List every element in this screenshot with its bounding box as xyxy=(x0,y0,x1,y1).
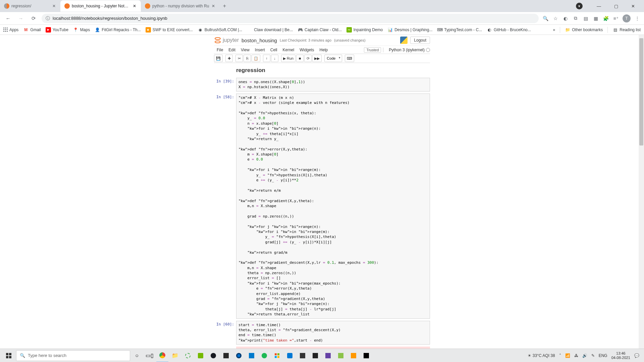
tray-chevron-icon[interactable]: ˄ xyxy=(559,353,561,358)
pen-icon[interactable]: ✎ xyxy=(591,353,595,358)
explorer-taskbar-icon[interactable]: 📁 xyxy=(169,349,181,362)
restart-run-button[interactable]: ▶▶ xyxy=(312,55,322,62)
cortana-icon[interactable]: ○ xyxy=(131,349,143,362)
taskbar-search[interactable]: 🔍 Type here to search xyxy=(16,350,130,361)
scrollbar[interactable] xyxy=(639,35,644,349)
app-green-icon[interactable] xyxy=(182,349,194,362)
logout-button[interactable]: Logout xyxy=(410,37,430,44)
run-button[interactable]: ▶ Run xyxy=(281,55,296,62)
bookmark-gmail[interactable]: MGmail xyxy=(23,27,41,33)
move-up-button[interactable]: ↑ xyxy=(263,55,270,62)
menu-insert[interactable]: Insert xyxy=(252,48,268,52)
copy-button[interactable]: ⎘ xyxy=(244,55,251,62)
steam-taskbar-icon[interactable] xyxy=(207,349,219,362)
msstore-taskbar-icon[interactable] xyxy=(271,349,283,362)
volume-icon[interactable]: 🔊 xyxy=(582,353,587,358)
interrupt-button[interactable]: ■ xyxy=(296,55,304,62)
nvidia-taskbar-icon[interactable] xyxy=(195,349,207,362)
reading-list-icon[interactable]: ≡⁺ xyxy=(612,15,619,22)
bookmark-captain-claw[interactable]: 🎮Captain Claw - Old... xyxy=(298,27,342,33)
prime-taskbar-icon[interactable] xyxy=(322,349,334,362)
menu-edit[interactable]: Edit xyxy=(226,48,238,52)
chrome-taskbar-icon[interactable] xyxy=(156,349,168,362)
code-cell-58[interactable]: In [58]: "cm"># X - Matrix (m x n) "cm">… xyxy=(214,94,430,319)
edge-taskbar-icon[interactable] xyxy=(284,349,296,362)
star-icon[interactable]: ☆ xyxy=(552,15,559,22)
bookmark-desmos[interactable]: 📊Desmos | Graphing... xyxy=(387,27,432,33)
save-button[interactable]: 💾 xyxy=(214,55,223,62)
menu-kernel[interactable]: Kernel xyxy=(280,48,297,52)
bookmark-maps[interactable]: 📍Maps xyxy=(73,27,90,33)
wifi-icon[interactable]: 📶 xyxy=(565,353,570,358)
code-cell-39[interactable]: In [39]: ones = np.ones((X.shape[0],1)) … xyxy=(214,78,430,92)
task-view-icon[interactable]: ▭▯ xyxy=(144,349,156,362)
bookmark-github[interactable]: ◐GitHub - BruceKno... xyxy=(487,27,531,33)
extensions-icon[interactable]: 🧩 xyxy=(602,15,609,22)
bookmark-overflow[interactable]: » xyxy=(553,27,555,32)
bookmark-youtube[interactable]: ▶YouTube xyxy=(46,27,68,33)
other-bookmarks[interactable]: 📁Other bookmarks xyxy=(565,27,603,33)
network-icon[interactable]: 🖧 xyxy=(574,353,578,358)
menu-cell[interactable]: Cell xyxy=(268,48,280,52)
unity-taskbar-icon[interactable] xyxy=(309,349,321,362)
add-cell-button[interactable]: ✚ xyxy=(225,55,233,62)
notifications-icon[interactable]: 💬 xyxy=(634,353,639,358)
close-icon[interactable]: ✕ xyxy=(52,4,56,8)
app-taskbar-icon[interactable] xyxy=(297,349,309,362)
reading-list[interactable]: ▤Reading list xyxy=(612,27,641,33)
terminal-taskbar-icon[interactable] xyxy=(360,349,372,362)
menu-file[interactable]: File xyxy=(214,48,226,52)
bookmark-typingtest[interactable]: ⌨TypingTest.com - C... xyxy=(437,27,482,33)
menu-help[interactable]: Help xyxy=(317,48,331,52)
move-down-button[interactable]: ↓ xyxy=(271,55,278,62)
code-input[interactable]: start = time.time() theta, error_list = … xyxy=(236,321,430,345)
grid-icon[interactable]: ▦ xyxy=(592,15,599,22)
tab-regression[interactable]: regression/ ✕ xyxy=(0,0,60,12)
code-input[interactable]: ones = np.ones((X.shape[0],1)) X = np.hs… xyxy=(236,78,430,92)
notes-taskbar-icon[interactable] xyxy=(335,349,347,362)
command-palette-button[interactable]: ⌨ xyxy=(345,55,354,62)
bookmark-fitgirl[interactable]: 👤FitGirl Repacks - Th... xyxy=(95,27,141,33)
new-tab-button[interactable]: + xyxy=(220,1,229,11)
extension-icon[interactable]: ◐ xyxy=(562,15,569,22)
back-button[interactable]: ← xyxy=(3,14,13,23)
tab-search-button[interactable]: ▾ xyxy=(576,3,583,9)
cut-button[interactable]: ✂ xyxy=(235,55,243,62)
trusted-indicator[interactable]: Trusted xyxy=(364,47,381,53)
ubisoft-taskbar-icon[interactable] xyxy=(233,349,245,362)
paste-button[interactable]: 📋 xyxy=(252,55,260,62)
reader-icon[interactable]: ▤ xyxy=(582,15,589,22)
minimize-button[interactable]: — xyxy=(591,1,606,11)
kernel-name[interactable]: Python 3 (ipykernel) xyxy=(389,48,430,52)
site-info-icon[interactable]: ⓘ xyxy=(46,15,50,21)
bookmark-claw-download[interactable]: Claw download | Be... xyxy=(247,27,293,33)
clock[interactable]: 13:46 04-08-2021 xyxy=(611,351,630,359)
markdown-cell[interactable]: regression xyxy=(214,66,430,78)
close-icon[interactable]: ✕ xyxy=(132,4,137,8)
forward-button[interactable]: → xyxy=(16,14,25,23)
epic-taskbar-icon[interactable] xyxy=(220,349,232,362)
menu-view[interactable]: View xyxy=(238,48,252,52)
weather-widget[interactable]: ☀ 33°C AQI 38 xyxy=(528,353,555,358)
maximize-button[interactable]: ▢ xyxy=(608,1,624,11)
vscode-taskbar-icon[interactable] xyxy=(246,349,258,362)
restart-button[interactable]: ⟳ xyxy=(304,55,312,62)
sublime-taskbar-icon[interactable] xyxy=(347,349,360,362)
zoom-icon[interactable]: 🔍 xyxy=(542,15,549,22)
cast-icon[interactable]: ⧉ xyxy=(572,15,579,22)
bookmark-inpainting[interactable]: nvInpainting Demo xyxy=(346,27,383,33)
code-input[interactable]: "cm"># X - Matrix (m x n) "cm"># x - vec… xyxy=(236,94,430,319)
scrollbar-thumb[interactable] xyxy=(639,38,643,145)
bookmark-swf[interactable]: ▦SWF to EXE convert... xyxy=(146,27,193,33)
apps-button[interactable]: Apps xyxy=(3,27,18,32)
code-cell-60[interactable]: In [60]: start = time.time() theta, erro… xyxy=(214,321,430,345)
notebook-name[interactable]: boston_housing xyxy=(241,38,277,43)
url-field[interactable]: ⓘ localhost:8888/notebooks/regression/bo… xyxy=(42,14,539,23)
cell-type-select[interactable]: Code xyxy=(324,55,342,62)
spotify-taskbar-icon[interactable] xyxy=(258,349,270,362)
close-window-button[interactable]: ✕ xyxy=(626,1,641,11)
reload-button[interactable]: ⟳ xyxy=(29,14,38,23)
profile-avatar[interactable]: T xyxy=(623,14,631,22)
menu-icon[interactable]: ⋮ xyxy=(634,15,641,22)
start-button[interactable] xyxy=(2,349,15,362)
